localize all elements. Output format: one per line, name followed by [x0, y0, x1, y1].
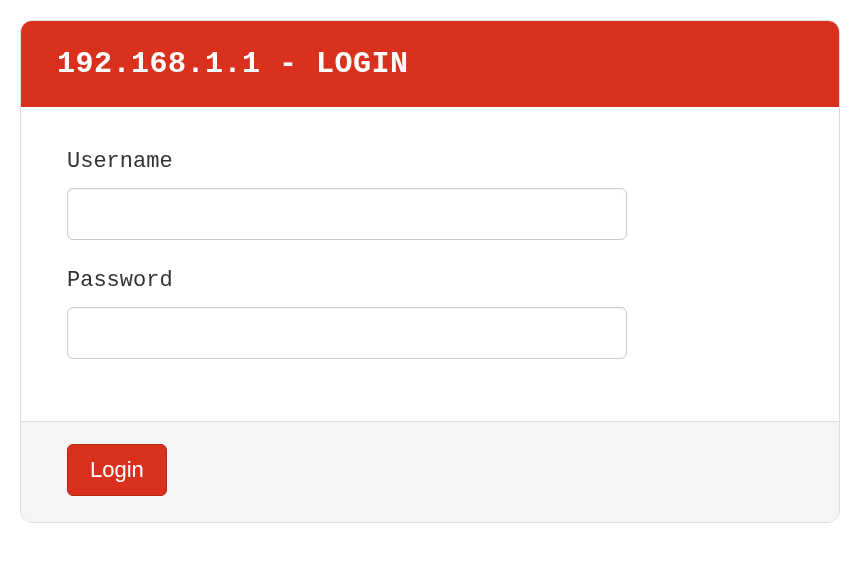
password-input[interactable] [67, 307, 627, 359]
password-label: Password [67, 268, 793, 293]
username-label: Username [67, 149, 793, 174]
login-button[interactable]: Login [67, 444, 167, 496]
username-group: Username [67, 149, 793, 240]
username-input[interactable] [67, 188, 627, 240]
panel-body: Username Password [21, 107, 839, 421]
panel-header: 192.168.1.1 - LOGIN [21, 21, 839, 107]
panel-footer: Login [21, 421, 839, 522]
page-title: 192.168.1.1 - LOGIN [57, 47, 409, 81]
login-panel: 192.168.1.1 - LOGIN Username Password Lo… [20, 20, 840, 523]
password-group: Password [67, 268, 793, 359]
